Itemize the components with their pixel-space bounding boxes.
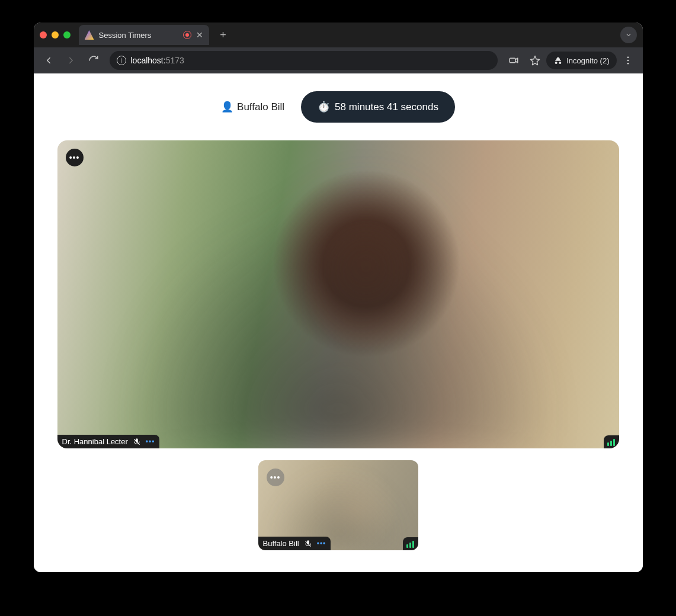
window-traffic-lights	[40, 31, 71, 38]
vite-favicon-icon	[85, 30, 94, 40]
mic-muted-icon	[304, 540, 312, 548]
browser-tab[interactable]: Session Timers ✕	[79, 25, 209, 45]
svg-point-2	[627, 60, 628, 61]
svg-point-3	[627, 63, 628, 64]
main-participant-video[interactable]: ••• Dr. Hannibal Lecter •••	[57, 140, 619, 448]
connection-signal-icon	[604, 435, 619, 448]
connection-signal-icon	[403, 537, 418, 550]
stopwatch-icon: ⏱️	[318, 101, 330, 113]
mic-muted-icon	[133, 438, 141, 446]
camera-indicator-icon[interactable]	[504, 50, 524, 70]
session-header: 👤 Buffalo Bill ⏱️ 58 minutes 41 seconds	[34, 73, 643, 123]
participant-name: Dr. Hannibal Lecter	[62, 437, 128, 446]
nav-forward-button[interactable]	[61, 50, 81, 70]
incognito-icon	[553, 56, 563, 65]
url-host: localhost:	[131, 56, 166, 65]
self-more-button[interactable]: •••	[317, 540, 326, 548]
reload-button[interactable]	[84, 50, 104, 70]
svg-point-1	[627, 57, 628, 58]
window-maximize-button[interactable]	[63, 31, 71, 38]
bookmark-button[interactable]	[525, 50, 545, 70]
nav-back-button[interactable]	[39, 50, 59, 70]
recording-indicator-icon	[183, 31, 191, 39]
tab-overflow-button[interactable]	[620, 27, 637, 43]
self-video[interactable]: ••• Buffalo Bill •••	[258, 460, 418, 550]
self-name: Buffalo Bill	[263, 539, 299, 548]
browser-window: Session Timers ✕ + i localhost:5173	[34, 23, 643, 572]
incognito-chip[interactable]: Incognito (2)	[546, 52, 616, 69]
page-content: 👤 Buffalo Bill ⏱️ 58 minutes 41 seconds …	[34, 73, 643, 572]
self-video-row: ••• Buffalo Bill •••	[57, 460, 619, 550]
browser-menu-button[interactable]	[618, 50, 638, 70]
browser-toolbar: i localhost:5173 Incognito (2)	[34, 47, 643, 73]
site-info-icon[interactable]: i	[117, 56, 126, 65]
tab-strip: Session Timers ✕ +	[34, 23, 643, 47]
session-timer-pill: ⏱️ 58 minutes 41 seconds	[301, 91, 455, 123]
participant-more-button[interactable]: •••	[146, 438, 155, 446]
session-timer-text: 58 minutes 41 seconds	[335, 101, 438, 113]
current-user-label: 👤 Buffalo Bill	[221, 101, 284, 113]
participant-menu-button[interactable]: •••	[66, 149, 84, 166]
user-icon: 👤	[221, 101, 233, 113]
current-user-name: Buffalo Bill	[237, 101, 284, 113]
url-port: 5173	[166, 56, 184, 65]
video-stage: ••• Dr. Hannibal Lecter ••• ••• Buffalo …	[57, 140, 619, 550]
window-minimize-button[interactable]	[52, 31, 59, 38]
address-bar[interactable]: i localhost:5173	[110, 51, 498, 70]
tab-title: Session Timers	[99, 31, 178, 40]
participant-name-chip: Dr. Hannibal Lecter •••	[57, 435, 160, 448]
incognito-label: Incognito (2)	[566, 56, 609, 65]
self-menu-button[interactable]: •••	[267, 469, 284, 486]
tab-close-button[interactable]: ✕	[196, 31, 203, 39]
new-tab-button[interactable]: +	[215, 27, 232, 43]
window-close-button[interactable]	[40, 31, 47, 38]
self-name-chip: Buffalo Bill •••	[258, 537, 331, 550]
svg-rect-0	[510, 58, 515, 63]
